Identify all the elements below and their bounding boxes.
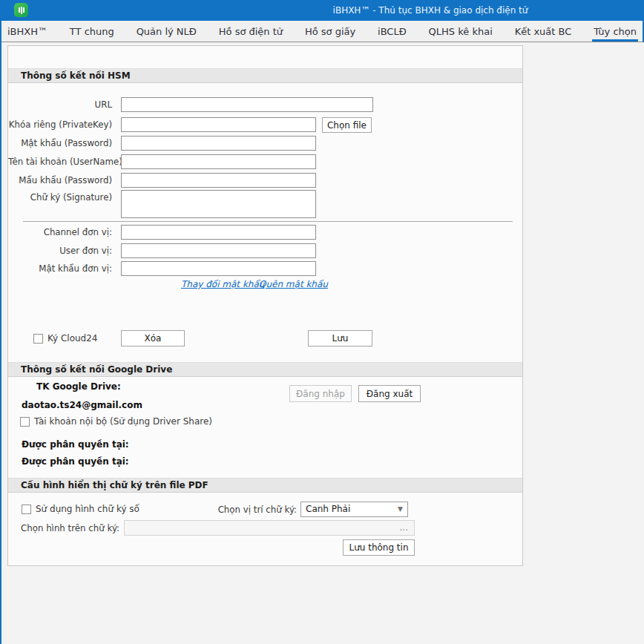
hsm-section-header: Thông số kết nối HSM	[8, 68, 522, 83]
save-button[interactable]: Lưu	[308, 330, 372, 346]
signature-image-field[interactable]: ...	[124, 520, 415, 536]
signature-position-select[interactable]: Canh Phải ▼	[300, 502, 408, 517]
use-signature-label: Sử dụng hình chữ ký số	[36, 504, 139, 514]
tab-tt-chung[interactable]: TT chung	[68, 21, 116, 42]
browse-ellipsis-button[interactable]: ...	[400, 521, 408, 535]
private-key-label: Khóa riêng (PrivateKey)	[8, 117, 112, 132]
user-label: User đơn vị:	[8, 243, 112, 258]
url-label: URL	[8, 97, 112, 112]
internal-account-checkbox[interactable]	[20, 417, 30, 427]
password-input[interactable]	[121, 136, 316, 151]
password2-label: Mẩu khẩu (Password)	[8, 173, 112, 188]
signature-image-label: Chọn hình trên chữ ký:	[8, 521, 119, 536]
title-bar: iBHXH™ - Thủ tục BHXH & giao dịch điện t…	[0, 0, 644, 21]
tab-quan-ly-nld[interactable]: Quản lý NLĐ	[135, 21, 198, 42]
choose-file-button[interactable]: Chọn file	[322, 117, 372, 133]
username-input[interactable]	[121, 154, 316, 169]
ky-cloud24-label: Ký Cloud24	[47, 333, 97, 344]
signature-position-label: Chọn vị trí chữ ký:	[179, 502, 297, 517]
clear-button[interactable]: Xóa	[121, 330, 185, 346]
gdrive-account-email: daotao.ts24@gmail.com	[22, 400, 142, 410]
section-divider	[23, 221, 513, 222]
permission-label-2: Được phân quyền tại:	[22, 456, 129, 467]
unit-password-input[interactable]	[121, 261, 316, 276]
window-left-border	[0, 21, 1, 644]
forgot-password-link[interactable]: Quên mật khẩu	[259, 279, 328, 289]
internal-account-label: Tài khoản nội bộ (Sử dụng Driver Share)	[34, 416, 212, 427]
pdf-section-header: Cấu hình hiển thị chữ ký trên file PDF	[8, 478, 522, 493]
menu-bar: iBHXH™ TT chung Quản lý NLĐ Hồ sơ điện t…	[0, 21, 644, 42]
url-input[interactable]	[121, 97, 373, 112]
tab-ket-xuat-bc[interactable]: Kết xuất BC	[513, 21, 574, 42]
app-logo-icon	[14, 3, 28, 17]
unit-password-label: Mật khẩu đơn vị:	[8, 261, 112, 276]
signature-textarea[interactable]	[121, 190, 316, 218]
username-label: Tên tài khoản (UserName)	[8, 154, 112, 169]
tab-qlhs-ke-khai[interactable]: QLHS kê khai	[427, 21, 494, 42]
user-input[interactable]	[121, 243, 316, 258]
window-title: iBHXH™ - Thủ tục BHXH & giao dịch điện t…	[297, 0, 564, 21]
tab-ibcld[interactable]: iBCLĐ	[376, 21, 408, 42]
tab-ibhxh[interactable]: iBHXH™	[6, 21, 49, 42]
change-password-link[interactable]: Thay đổi mật khẩu	[181, 279, 264, 289]
tab-ho-so-dien-tu[interactable]: Hồ sơ điện tử	[217, 21, 284, 42]
tab-ho-so-giay[interactable]: Hồ sơ giấy	[303, 21, 357, 42]
app-window: iBHXH™ - Thủ tục BHXH & giao dịch điện t…	[0, 0, 644, 644]
save-info-button[interactable]: Lưu thông tin	[343, 539, 415, 556]
permission-label-1: Được phân quyền tại:	[22, 439, 129, 450]
chevron-down-icon: ▼	[398, 502, 403, 516]
tab-tuy-chon[interactable]: Tùy chọn	[592, 21, 638, 42]
logout-button[interactable]: Đăng xuất	[358, 385, 421, 402]
signature-label: Chữ ký (Signature)	[8, 190, 112, 205]
private-key-input[interactable]	[121, 117, 316, 132]
channel-label: Channel đơn vị:	[8, 225, 112, 240]
signature-position-value: Canh Phải	[306, 504, 350, 514]
use-signature-checkbox[interactable]	[22, 505, 31, 514]
password-label: Mật khẩu (Password)	[8, 136, 112, 151]
gdrive-section-header: Thông số kết nối Google Drive	[8, 362, 522, 377]
login-button[interactable]: Đăng nhập	[289, 385, 352, 402]
gdrive-account-label: TK Google Drive:	[36, 381, 121, 392]
ky-cloud24-checkbox[interactable]	[33, 334, 43, 344]
channel-input[interactable]	[121, 225, 316, 240]
password2-input[interactable]	[121, 173, 316, 188]
options-panel: Thông số kết nối HSM URL Khóa riêng (Pri…	[7, 45, 523, 566]
